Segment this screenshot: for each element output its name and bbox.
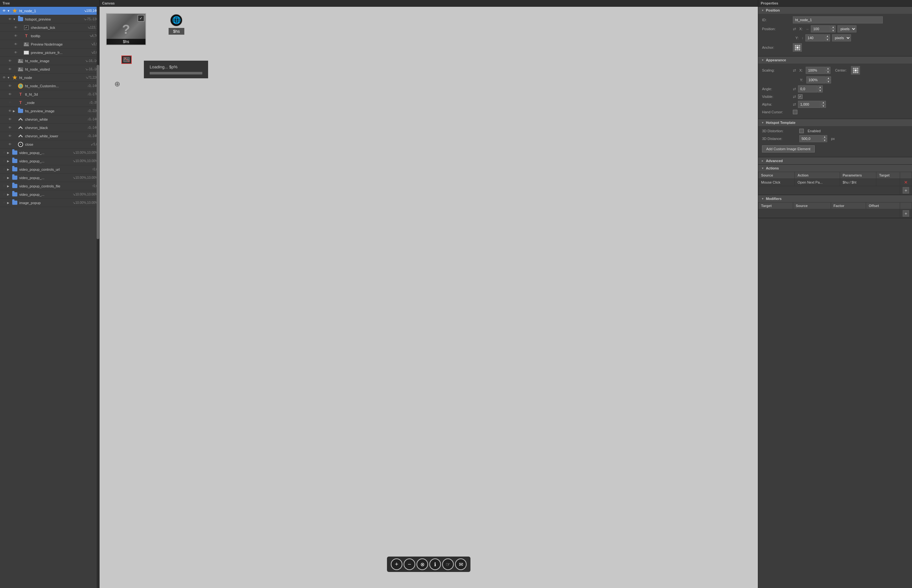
visibility-eye-3[interactable]: 👁 <box>13 25 19 31</box>
x-step-down[interactable]: ▼ <box>830 29 836 32</box>
y-input[interactable] <box>805 34 825 41</box>
tree-item-chevron-white[interactable]: 👁 chevron_white ↓0,-140 <box>0 115 99 124</box>
tree-item-chevron-black[interactable]: 👁 chevron_black ↓0,-140 <box>0 124 99 132</box>
globe-element[interactable]: 🌐 $hs <box>168 14 184 35</box>
visibility-eye-2[interactable]: 👁 <box>7 16 13 22</box>
position-section-header[interactable]: ▼ Position <box>758 7 912 14</box>
alpha-input[interactable] <box>798 101 820 108</box>
tree-item-ht-node-visited[interactable]: 👁 ht_node_visited ↘-16,-16 <box>0 65 99 73</box>
visibility-eye-6[interactable]: 👁 <box>13 50 19 55</box>
visibility-eye-9[interactable]: 👁 <box>1 75 7 81</box>
tree-item-ht-node[interactable]: 👁 ▼ ht_node ↘71,220 <box>0 73 99 82</box>
actions-target-1[interactable] <box>876 179 900 186</box>
tree-item-ht-node-1[interactable]: 👁 ▼ ht_node_1 ↘100,140 <box>0 7 99 15</box>
hotspot-template-header[interactable]: ▼ Hotspot Template <box>758 119 912 126</box>
x-input[interactable] <box>811 25 830 32</box>
x-step-up[interactable]: ▲ <box>830 25 836 29</box>
tree-item-video-popup-controls-url[interactable]: 👁 ▶ video_popup_controls_url ↑0,6 <box>0 165 99 174</box>
visibility-eye-19[interactable]: 👁 <box>1 158 7 164</box>
tree-item-close[interactable]: 👁 ✕ close ↙5,6 <box>0 140 99 149</box>
actions-delete-1[interactable]: ✕ <box>903 180 909 185</box>
visibility-eye-18[interactable]: 👁 <box>1 150 7 156</box>
scaling-share-icon[interactable]: ⇄ <box>793 68 796 73</box>
tree-item-video-popup-3[interactable]: 👁 ▶ video_popup_... ↘10.00%,10.00% <box>0 174 99 182</box>
center-grid-btn[interactable] <box>851 66 860 74</box>
distance-step-down[interactable]: ▼ <box>822 139 827 142</box>
advanced-section-header[interactable]: ▼ Advanced <box>758 157 912 164</box>
visibility-eye-23[interactable]: 👁 <box>1 192 7 197</box>
visibility-eye-4[interactable]: 👁 <box>13 33 19 39</box>
visibility-eye-14[interactable]: 👁 <box>7 116 13 122</box>
toolbar-cross-btn[interactable]: ⊗ <box>417 559 428 570</box>
expand-21[interactable]: ▶ <box>7 176 11 179</box>
tree-item-hs-preview-image[interactable]: 👁 ▶ hs_preview_image ↓0,-220 <box>0 107 99 115</box>
tree-item-chevron-white-lower[interactable]: 👁 chevron_white_lower ↓0,-140 <box>0 132 99 140</box>
y-unit-select[interactable]: pixels% <box>832 34 851 41</box>
y-step-down[interactable]: ▼ <box>825 38 830 41</box>
expand-18[interactable]: ▶ <box>7 151 11 154</box>
id-input[interactable] <box>793 16 883 23</box>
expand-24[interactable]: ▶ <box>7 201 11 204</box>
angle-input[interactable] <box>798 86 817 92</box>
visibility-eye-8[interactable]: 👁 <box>7 66 13 72</box>
tree-item-hotspot-preview[interactable]: 👁 ▼ hotspot_preview ↘-75,-130 <box>0 15 99 23</box>
appearance-section-header[interactable]: ▼ Appearance <box>758 57 912 63</box>
visible-share-icon[interactable]: ⇄ <box>793 94 796 99</box>
visibility-eye-12[interactable]: 👁 <box>7 100 13 106</box>
visibility-eye-20[interactable]: 👁 <box>1 166 7 172</box>
modifiers-section-header[interactable]: ▼ Modifiers <box>758 195 912 202</box>
scale-y-step-up[interactable]: ▲ <box>826 76 831 80</box>
expand-20[interactable]: ▶ <box>7 168 11 171</box>
visibility-eye-13[interactable]: 👁 <box>7 108 13 114</box>
distance-step-up[interactable]: ▲ <box>822 135 827 139</box>
expand-19[interactable]: ▶ <box>7 160 11 163</box>
tree-item-preview-nodeimage[interactable]: 👁 Preview NodeImage ↘5,5 <box>0 40 99 48</box>
visibility-eye-22[interactable]: 👁 <box>1 183 7 189</box>
tree-scrollbar[interactable] <box>97 7 99 588</box>
tree-item-video-popup-controls-file[interactable]: 👁 ▶ video_popup_controls_file ↑0,6 <box>0 182 99 190</box>
tree-item-tooltip[interactable]: 👁 T tooltip ↘4,76 <box>0 32 99 40</box>
expand-23[interactable]: ▶ <box>7 193 11 196</box>
expand-22[interactable]: ▶ <box>7 184 11 188</box>
visibility-eye-17[interactable]: 👁 <box>7 142 13 147</box>
actions-params-1[interactable]: $hu / $ht <box>840 179 876 186</box>
tree-item-checkmark-tick[interactable]: 👁 ✓ checkmark_tick ↘123,7 <box>0 23 99 32</box>
expand-2[interactable]: ▼ <box>13 18 17 21</box>
position-share-icon[interactable]: ⇄ <box>793 27 796 31</box>
tree-item-image-popup[interactable]: 👁 ▶ image_popup ↘10.00%,10.00% <box>0 199 99 207</box>
tree-item-video-popup-4[interactable]: 👁 ▶ video_popup_... ↘10.00%,10.00% <box>0 190 99 199</box>
expand-1[interactable]: ▼ <box>7 9 11 13</box>
angle-step-up[interactable]: ▲ <box>818 86 823 89</box>
visibility-eye-1[interactable]: 👁 <box>1 8 7 14</box>
actions-source-1[interactable]: Mouse Click <box>758 179 795 186</box>
actions-add-button[interactable]: + <box>903 187 909 194</box>
scale-y-input[interactable] <box>806 76 826 84</box>
toolbar-subtract-btn[interactable]: − <box>404 559 415 570</box>
x-unit-select[interactable]: pixels% <box>838 25 857 32</box>
scale-x-input[interactable] <box>806 67 825 74</box>
hotspot-preview-box[interactable]: ? $hs ✓ <box>106 13 146 45</box>
toolbar-hand-btn[interactable]: ☞ <box>442 559 454 570</box>
scale-y-step-down[interactable]: ▼ <box>826 80 831 84</box>
visibility-eye-21[interactable]: 👁 <box>1 175 7 181</box>
expand-13[interactable]: ▶ <box>13 110 17 113</box>
toolbar-add-btn[interactable]: + <box>391 559 403 570</box>
tree-item-video-popup-2[interactable]: 👁 ▶ video_popup_... ↘10.00%,10.00% <box>0 157 99 165</box>
broken-image-icon[interactable] <box>121 55 132 64</box>
alpha-step-down[interactable]: ▼ <box>821 104 826 108</box>
scale-x-step-down[interactable]: ▼ <box>825 70 830 74</box>
hand-cursor-checkbox[interactable] <box>793 110 797 114</box>
tree-item-ht-node-image[interactable]: 👁 ht_node_image ↘-16,-16 <box>0 57 99 65</box>
canvas-area[interactable]: ? $hs ✓ 🌐 $hs Loading... $p% ⊕ <box>100 7 758 588</box>
visibility-eye-5[interactable]: 👁 <box>13 41 19 47</box>
angle-share-icon[interactable]: ⇄ <box>793 87 796 91</box>
alpha-share-icon[interactable]: ⇄ <box>793 102 796 107</box>
tree-item-tt-ht-3d[interactable]: 👁 T tt_ht_3d ↓0,-170 <box>0 90 99 99</box>
tree-scrollbar-thumb[interactable] <box>97 65 99 239</box>
y-step-up[interactable]: ▲ <box>825 34 830 38</box>
modifiers-add-button[interactable]: + <box>903 210 909 216</box>
tree-item-ht-node-customim[interactable]: 👁 🌐 ht_node_CustomIm... ↓0,-140 <box>0 82 99 90</box>
distance-input[interactable] <box>799 135 822 142</box>
visibility-eye-7[interactable]: 👁 <box>7 58 13 64</box>
anchor-grid-btn[interactable] <box>793 43 802 52</box>
